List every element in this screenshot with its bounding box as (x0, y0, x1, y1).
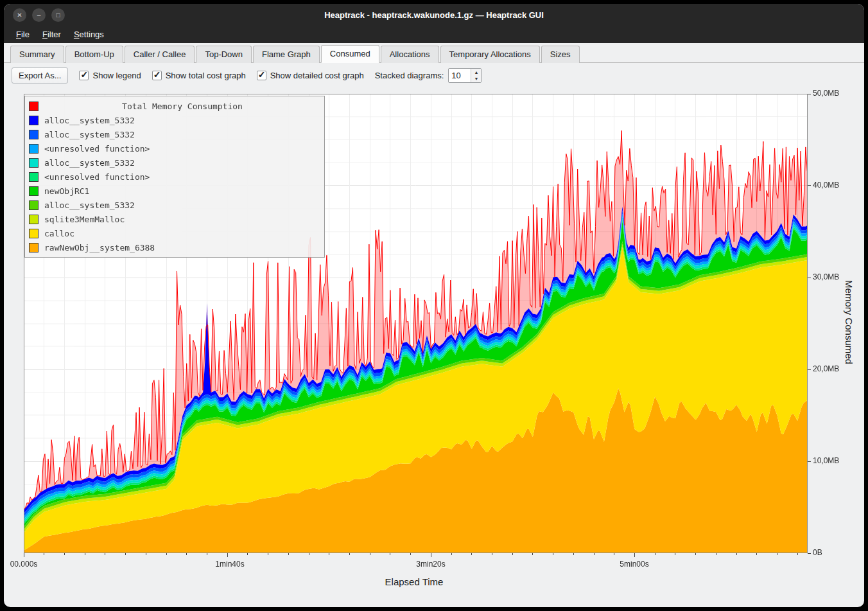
x-tick-label: 00.000s (10, 560, 38, 569)
checkbox-label: Show legend (92, 71, 141, 80)
legend-swatch (29, 158, 39, 168)
legend-item-label: alloc__system_5332 (44, 116, 135, 125)
legend-item: calloc (29, 226, 320, 240)
minimize-icon[interactable]: – (32, 8, 46, 22)
close-icon[interactable]: ✕ (13, 8, 26, 22)
y-axis-title: Memory Consumed (844, 268, 855, 377)
menu-file-rest: ile (21, 30, 30, 39)
legend-item: alloc__system_5332 (29, 155, 320, 170)
legend-title-row: Total Memory Consumption (29, 99, 320, 113)
window-controls: ✕ – □ (13, 8, 65, 22)
export-as-button[interactable]: Export As... (12, 67, 68, 84)
menu-settings-accel: S (74, 30, 80, 39)
legend-swatch (29, 144, 39, 154)
menu-filter-rest: ilter (48, 30, 61, 39)
tab-summary[interactable]: Summary (10, 46, 64, 63)
menu-file-accel: F (16, 30, 21, 39)
menu-filter-accel: F (42, 30, 48, 39)
legend-item-label: <unresolved function> (44, 172, 150, 182)
y-tick-label: 30,0MB (813, 272, 839, 281)
tabbar: Summary Bottom-Up Caller / Callee Top-Do… (4, 43, 864, 63)
legend-item-label: sqlite3MemMalloc (44, 215, 125, 224)
tab-caller-callee[interactable]: Caller / Callee (125, 46, 195, 63)
legend-item: alloc__system_5332 (29, 127, 320, 141)
y-tick-label: 10,0MB (813, 456, 839, 465)
legend-item-label: newObjRC1 (44, 186, 89, 196)
legend-swatch (29, 116, 39, 125)
legend-item: alloc__system_5332 (29, 113, 320, 127)
stacked-diagrams-label: Stacked diagrams: (375, 71, 444, 80)
legend-swatch (29, 200, 39, 210)
app-window: ✕ – □ Heaptrack - heaptrack.wakunode.1.g… (4, 4, 864, 607)
maximize-icon[interactable]: □ (51, 8, 65, 22)
legend-item-label: alloc__system_5332 (44, 200, 135, 210)
tab-bottom-up[interactable]: Bottom-Up (65, 46, 123, 63)
checkbox-box (152, 71, 162, 80)
legend-item: <unresolved function> (29, 170, 320, 184)
show-legend-checkbox[interactable]: Show legend (79, 71, 141, 80)
menubar: File Filter Settings (4, 26, 864, 43)
spinbox-arrows: ▲ ▼ (471, 69, 481, 82)
legend-item-label: alloc__system_5332 (44, 158, 135, 168)
legend-item-label: alloc__system_5332 (44, 130, 135, 139)
legend-item: rawNewObj__system_6388 (29, 240, 320, 254)
titlebar: ✕ – □ Heaptrack - heaptrack.wakunode.1.g… (4, 4, 864, 26)
y-tick-label: 0B (813, 548, 822, 557)
x-tick-label: 1min40s (215, 560, 244, 569)
menu-settings[interactable]: Settings (68, 28, 110, 41)
legend-item: alloc__system_5332 (29, 198, 320, 212)
chart-legend: Total Memory Consumption alloc__system_5… (24, 96, 325, 258)
spin-down-icon[interactable]: ▼ (471, 76, 481, 83)
x-axis-title: Elapsed Time (221, 576, 607, 587)
legend-title-swatch (29, 102, 39, 111)
y-tick-label: 20,0MB (813, 364, 839, 373)
toolbar: Export As... Show legend Show total cost… (4, 63, 864, 88)
tab-sizes[interactable]: Sizes (541, 46, 580, 63)
tab-temporary-allocations[interactable]: Temporary Allocations (440, 46, 540, 63)
checkbox-box (79, 71, 89, 80)
legend-swatch (29, 243, 39, 252)
legend-item-label: calloc (44, 229, 74, 238)
x-tick-label: 5min00s (620, 560, 648, 569)
show-detailed-cost-graph-checkbox[interactable]: Show detailed cost graph (257, 71, 364, 80)
tab-flame-graph[interactable]: Flame Graph (253, 46, 320, 63)
legend-item: newObjRC1 (29, 184, 320, 198)
menu-settings-rest: ettings (80, 30, 104, 39)
legend-item: <unresolved function> (29, 141, 320, 155)
show-total-cost-graph-checkbox[interactable]: Show total cost graph (152, 71, 246, 80)
legend-item-label: <unresolved function> (44, 144, 150, 154)
menu-filter[interactable]: Filter (37, 28, 67, 41)
y-tick-label: 50,0MB (813, 89, 839, 98)
stacked-diagrams-spinbox: ▲ ▼ (448, 68, 482, 83)
spin-up-icon[interactable]: ▲ (471, 69, 481, 76)
checkbox-label: Show total cost graph (166, 71, 246, 80)
legend-swatch (29, 229, 39, 238)
chart-region: 50,0MB 40,0MB 30,0MB 20,0MB 10,0MB 0B 00… (4, 88, 864, 607)
checkbox-box (257, 71, 266, 80)
tab-consumed[interactable]: Consumed (321, 45, 379, 63)
stacked-diagrams-input[interactable] (449, 69, 471, 82)
legend-items: alloc__system_5332alloc__system_5332<unr… (29, 113, 320, 254)
x-tick-label: 3min20s (416, 560, 445, 569)
y-tick-label: 40,0MB (813, 181, 839, 190)
legend-item-label: rawNewObj__system_6388 (44, 243, 155, 252)
tab-allocations[interactable]: Allocations (381, 46, 439, 63)
legend-swatch (29, 186, 39, 196)
legend-swatch (29, 172, 39, 182)
legend-item: sqlite3MemMalloc (29, 212, 320, 226)
window-title: Heaptrack - heaptrack.wakunode.1.gz — He… (4, 10, 864, 20)
tab-top-down[interactable]: Top-Down (196, 46, 252, 63)
menu-file[interactable]: File (10, 28, 35, 41)
checkbox-label: Show detailed cost graph (270, 71, 364, 80)
legend-title: Total Memory Consumption (44, 102, 320, 111)
legend-swatch (29, 130, 39, 139)
legend-swatch (29, 215, 39, 224)
